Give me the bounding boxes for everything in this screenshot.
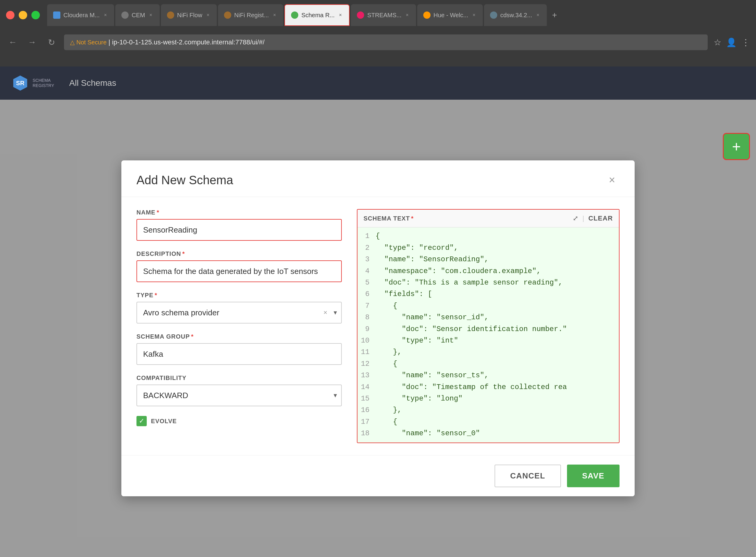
modal-overlay: Add New Schema × NAME* (0, 100, 756, 557)
tab-label-schema-registry: Schema R... (301, 12, 335, 19)
separator: | (582, 214, 584, 222)
schema-text-label: SCHEMA TEXT* (364, 215, 414, 222)
tab-hue[interactable]: Hue - Welc... × (417, 4, 483, 26)
code-line-2: 2 "type": "record", (358, 242, 619, 254)
compatibility-label: COMPATIBILITY (137, 375, 342, 381)
tab-icon-cdsw (490, 11, 497, 19)
url-display: ip-10-0-1-125.us-west-2.compute.internal… (112, 38, 265, 46)
add-new-schema-modal: Add New Schema × NAME* (121, 160, 635, 496)
tab-icon-hue (423, 11, 430, 19)
tab-label-nifi-flow: NiFi Flow (177, 12, 202, 19)
tab-icon-streams (357, 11, 364, 19)
schema-code-area[interactable]: 1 { 2 "type": "record", 3 "name": "Senso… (358, 228, 619, 442)
app-header: SR SCHEMA REGISTRY All Schemas (0, 66, 756, 100)
tab-icon-cem (121, 11, 129, 19)
description-label: DESCRIPTION* (137, 251, 342, 257)
code-line-12: 12 { (358, 358, 619, 370)
description-required-star: * (182, 251, 185, 257)
code-line-4: 4 "namespace": "com.cloudera.example", (358, 265, 619, 277)
evolve-checkbox[interactable]: ✓ (137, 416, 147, 426)
code-line-11: 11 }, (358, 347, 619, 358)
warning-icon: △ (70, 39, 74, 46)
description-input[interactable] (137, 260, 342, 282)
clear-button[interactable]: CLEAR (588, 214, 613, 222)
type-select-wrapper: Avro schema provider × ▾ (137, 302, 342, 323)
tab-close-cem[interactable]: × (148, 12, 154, 18)
tab-close-hue[interactable]: × (471, 12, 477, 18)
address-input-field[interactable]: △ Not Secure | ip-10-0-1-125.us-west-2.c… (64, 34, 708, 50)
reload-button[interactable]: ↻ (45, 36, 58, 49)
schema-group-label: SCHEMA GROUP* (137, 333, 342, 340)
back-button[interactable]: ← (6, 36, 19, 49)
address-bar: ← → ↻ △ Not Secure | ip-10-0-1-125.us-we… (0, 30, 756, 54)
app-area: SR SCHEMA REGISTRY All Schemas + Add New… (0, 66, 756, 557)
evolve-row: ✓ EVOLVE (137, 416, 342, 426)
add-new-schema-button[interactable]: + (723, 133, 750, 160)
schema-group-input[interactable] (137, 343, 342, 365)
modal-header: Add New Schema × (121, 160, 635, 197)
code-line-1: 1 { (358, 231, 619, 242)
name-required-star: * (157, 209, 159, 216)
schema-text-required-star: * (411, 215, 414, 222)
tab-close-nifi-registry[interactable]: × (272, 12, 277, 18)
tab-close-streams[interactable]: × (404, 12, 410, 18)
code-line-15: 15 "type": "long" (358, 393, 619, 405)
tab-close-cloudera[interactable]: × (103, 12, 108, 18)
forward-button[interactable]: → (25, 36, 39, 49)
tab-cloudera[interactable]: Cloudera M... × (47, 4, 114, 26)
tab-label-cem: CEM (132, 12, 145, 19)
form-left: NAME* DESCRIPTION* TYPE* (137, 209, 342, 443)
description-form-group: DESCRIPTION* (137, 251, 342, 282)
menu-icon[interactable]: ⋮ (742, 37, 750, 48)
logo-hexagon-icon: SR (12, 75, 28, 91)
expand-icon[interactable]: ⤢ (573, 214, 578, 222)
code-line-9: 9 "doc": "Sensor identification number." (358, 323, 619, 335)
tab-label-hue: Hue - Welc... (433, 12, 468, 19)
browser-chrome: Cloudera M... × CEM × NiFi Flow × NiFi R… (0, 0, 756, 66)
code-line-10: 10 "type": "int" (358, 335, 619, 347)
code-line-8: 8 "name": "sensor_id", (358, 312, 619, 323)
code-line-13: 13 "name": "sensor_ts", (358, 370, 619, 381)
schema-group-required-star: * (191, 333, 194, 340)
tab-close-nifi-flow[interactable]: × (205, 12, 211, 18)
tab-close-schema-registry[interactable]: × (337, 12, 343, 18)
type-form-group: TYPE* Avro schema provider × ▾ (137, 292, 342, 323)
tab-nifi-flow[interactable]: NiFi Flow × (161, 4, 217, 26)
logo-line1: SCHEMA (33, 78, 54, 83)
save-button[interactable]: SAVE (567, 465, 619, 487)
code-line-16: 16 }, (358, 405, 619, 416)
tab-close-cdsw[interactable]: × (535, 12, 541, 18)
type-label: TYPE* (137, 292, 342, 299)
tab-cdsw[interactable]: cdsw.34.2... × (484, 4, 547, 26)
tab-schema-registry[interactable]: Schema R... × (284, 4, 350, 26)
svg-text:SR: SR (16, 80, 25, 86)
name-input[interactable] (137, 219, 342, 241)
bookmark-icon[interactable]: ☆ (714, 37, 721, 48)
tab-label-nifi-registry: NiFi Regist... (234, 12, 269, 19)
compatibility-select-wrapper: BACKWARD FORWARD FULL NONE ▾ (137, 384, 342, 406)
type-clear-icon[interactable]: × (323, 309, 327, 317)
logo-text: SCHEMA REGISTRY (33, 78, 54, 88)
schema-registry-logo: SR SCHEMA REGISTRY (12, 75, 54, 91)
traffic-light-red[interactable] (6, 11, 14, 19)
tab-label-cloudera: Cloudera M... (63, 12, 100, 19)
all-schemas-title: All Schemas (69, 78, 116, 88)
tab-icon-nifi-flow (167, 11, 174, 19)
tab-nifi-registry[interactable]: NiFi Regist... × (218, 4, 283, 26)
tab-streams[interactable]: STREAMS... × (351, 4, 416, 26)
new-tab-button[interactable]: + (548, 8, 561, 22)
tab-icon-nifi-registry (224, 11, 231, 19)
cancel-button[interactable]: CANCEL (494, 465, 561, 487)
profile-icon[interactable]: 👤 (726, 37, 737, 48)
evolve-label: EVOLVE (151, 418, 177, 425)
schema-actions: ⤢ | CLEAR (573, 214, 613, 222)
modal-close-button[interactable]: × (604, 173, 619, 187)
type-select[interactable]: Avro schema provider (137, 302, 342, 323)
traffic-light-yellow[interactable] (19, 11, 27, 19)
compatibility-select[interactable]: BACKWARD FORWARD FULL NONE (137, 384, 342, 406)
traffic-light-green[interactable] (31, 11, 40, 19)
code-line-6: 6 "fields": [ (358, 289, 619, 300)
logo-line2: REGISTRY (33, 83, 54, 88)
tab-cem[interactable]: CEM × (115, 4, 159, 26)
tab-bar: Cloudera M... × CEM × NiFi Flow × NiFi R… (0, 0, 756, 30)
